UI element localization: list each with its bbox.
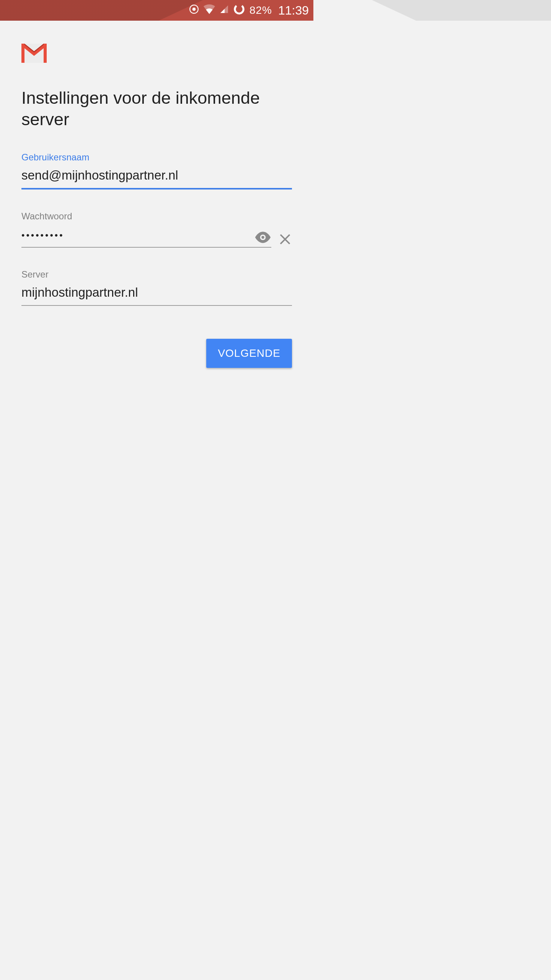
username-input[interactable]: send@mijnhostingpartner.nl bbox=[21, 166, 292, 189]
clear-password-icon[interactable] bbox=[278, 225, 292, 248]
server-label: Server bbox=[21, 269, 292, 280]
password-input[interactable]: ••••••••• bbox=[21, 225, 271, 248]
show-password-icon[interactable] bbox=[254, 232, 271, 245]
password-field: Wachtwoord ••••••••• bbox=[21, 211, 292, 248]
next-button[interactable]: VOLGENDE bbox=[206, 339, 292, 368]
wifi-icon bbox=[204, 4, 215, 17]
status-bar: 82% 11:39 bbox=[0, 0, 313, 21]
username-label: Gebruikersnaam bbox=[21, 152, 292, 163]
password-label: Wachtwoord bbox=[21, 211, 292, 222]
svg-point-5 bbox=[261, 236, 264, 238]
svg-point-2 bbox=[233, 3, 245, 15]
clock-text: 11:39 bbox=[278, 3, 309, 18]
loading-ring-icon bbox=[233, 3, 245, 18]
page-content: Instellingen voor de inkomende server Ge… bbox=[0, 21, 313, 306]
username-field: Gebruikersnaam send@mijnhostingpartner.n… bbox=[21, 152, 292, 189]
password-mask: ••••••••• bbox=[21, 230, 64, 240]
server-field: Server mijnhostingpartner.nl bbox=[21, 269, 292, 306]
gmail-logo-icon bbox=[21, 44, 292, 64]
battery-text: 82% bbox=[249, 4, 272, 16]
svg-point-1 bbox=[193, 8, 196, 10]
server-input[interactable]: mijnhostingpartner.nl bbox=[21, 283, 292, 306]
cell-icon bbox=[220, 4, 229, 16]
dnd-icon bbox=[189, 4, 199, 17]
page-title: Instellingen voor de inkomende server bbox=[21, 87, 292, 131]
